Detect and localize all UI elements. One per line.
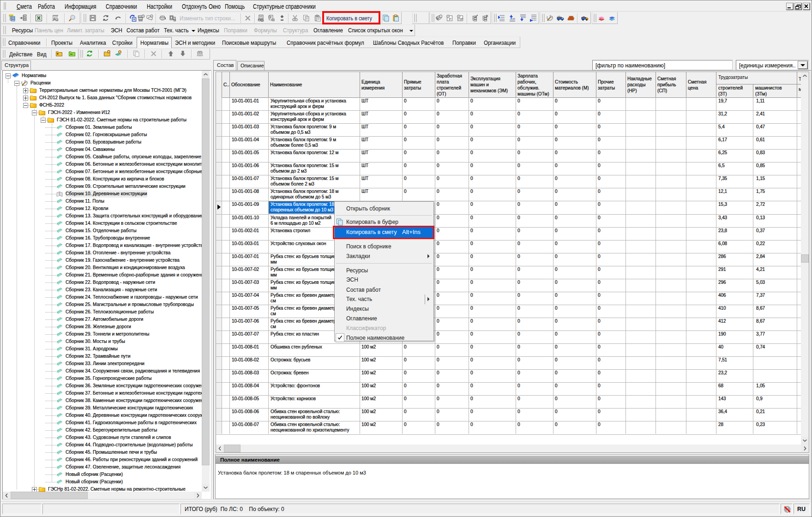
svg-text:PDF: PDF	[53, 16, 59, 19]
svg-text:P: P	[449, 17, 451, 21]
